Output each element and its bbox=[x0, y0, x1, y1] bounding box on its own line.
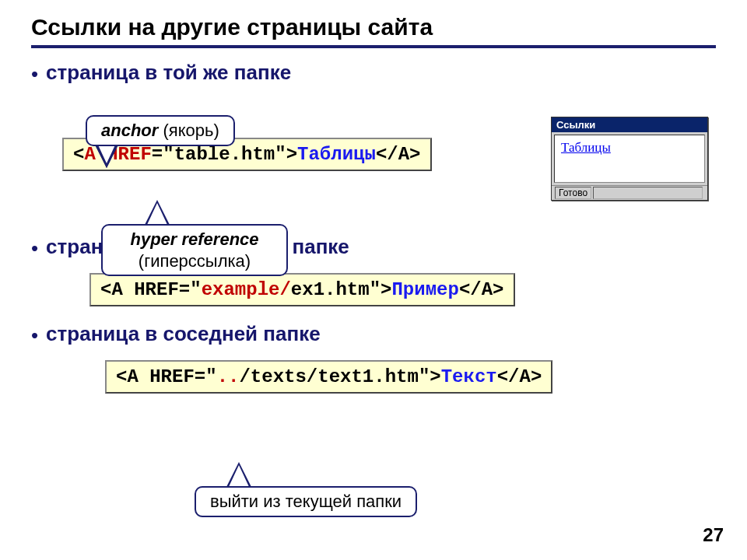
bullet-same-folder: • страница в той же папке bbox=[31, 61, 716, 85]
callout-anchor: anchor (якорь) bbox=[86, 115, 235, 146]
code-folder: example/ bbox=[202, 279, 291, 300]
callout-text: выйти из текущей папки bbox=[210, 492, 402, 511]
code-linktext: Пример bbox=[391, 279, 458, 300]
code-seg: /texts/text1.htm"> bbox=[239, 366, 440, 387]
code-seg: </A> bbox=[497, 366, 542, 387]
bullet-dot: • bbox=[31, 325, 38, 345]
browser-titlebar: Ссылки bbox=[552, 117, 707, 132]
page-title: Ссылки на другие страницы сайта bbox=[31, 14, 716, 40]
bullet-sibling-folder: • страница в соседней папке bbox=[31, 322, 716, 346]
code-seg: <A HREF=" bbox=[100, 279, 202, 300]
callout-em: hyper reference bbox=[117, 229, 272, 250]
callout-em: anchor bbox=[101, 121, 158, 140]
bullet-label: страница в соседней папке bbox=[46, 322, 321, 346]
bullet-dot: • bbox=[31, 238, 38, 258]
bullet-dot: • bbox=[31, 64, 38, 84]
code-seg: </A> bbox=[376, 144, 421, 165]
browser-statusbar: Готово bbox=[552, 185, 707, 200]
browser-preview: Ссылки Таблицы Готово bbox=[551, 117, 708, 201]
code-linktext: Таблицы bbox=[297, 144, 376, 165]
code-seg: ex1.htm"> bbox=[291, 279, 392, 300]
code-example-2: <A HREF="example/ex1.htm">Пример</A> bbox=[89, 273, 515, 306]
callout-plain: (якорь) bbox=[158, 121, 219, 140]
code-example-3: <A HREF="../texts/text1.htm">Текст</A> bbox=[105, 360, 552, 394]
code-dots: .. bbox=[217, 366, 240, 387]
code-linktext: Текст bbox=[441, 366, 497, 387]
callout-exit-folder: выйти из текущей папки bbox=[195, 486, 417, 517]
browser-viewport: Таблицы bbox=[554, 135, 705, 183]
code-seg: ="table.htm"> bbox=[152, 144, 297, 165]
callout-plain: (гиперссылка) bbox=[117, 250, 272, 272]
browser-link[interactable]: Таблицы bbox=[561, 140, 611, 155]
page-number: 27 bbox=[703, 524, 724, 546]
code-seg: <A HREF=" bbox=[116, 366, 217, 387]
code-seg: </A> bbox=[459, 279, 504, 300]
bullet-label: страница в той же папке bbox=[46, 61, 291, 85]
code-seg: < bbox=[73, 144, 84, 165]
title-underline bbox=[31, 45, 716, 48]
browser-status-spacer bbox=[593, 187, 703, 199]
callout-href: hyper reference (гиперссылка) bbox=[101, 224, 288, 276]
browser-status-text: Готово bbox=[555, 187, 591, 199]
